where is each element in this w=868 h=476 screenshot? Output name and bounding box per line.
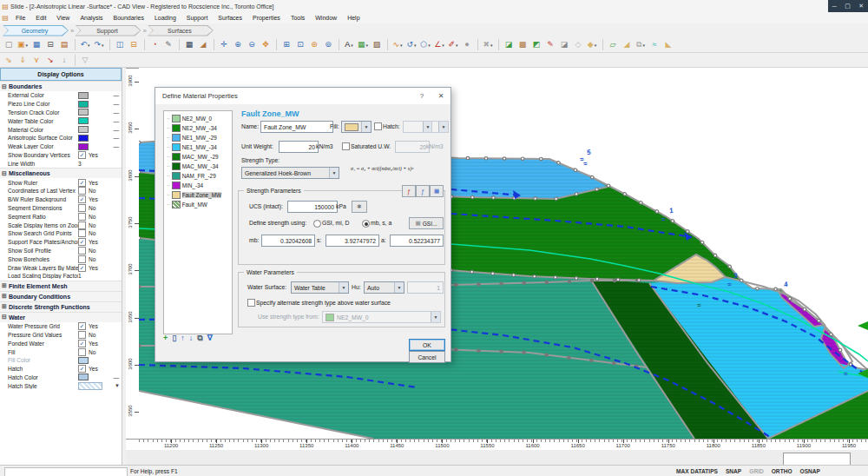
checkbox[interactable]: ✓	[78, 264, 86, 272]
open-file-button[interactable]: ▣▾	[16, 39, 30, 51]
strength-type-dropdown[interactable]: Generalized Hoek-Brown ▼	[241, 167, 339, 179]
option-row-segment-dimensions[interactable]: Segment DimensionsNo	[0, 204, 122, 213]
option-row-load-scaling-display-factor[interactable]: Load Scaling Display Factor1	[0, 272, 122, 281]
color-swatch[interactable]	[78, 92, 89, 99]
option-row-external-color[interactable]: External Color—	[0, 91, 122, 100]
pan-button[interactable]: ✥	[259, 39, 273, 51]
minimize-button[interactable]: ─	[832, 3, 837, 10]
text-tool-button[interactable]: A▾	[342, 39, 356, 51]
add-single-bolt-button[interactable]: ⇓	[16, 54, 30, 66]
ok-button[interactable]: OK	[409, 339, 445, 351]
option-row-coordinates-of-last-vertex[interactable]: Coordinates of Last VertexNo	[0, 187, 122, 195]
add-needle-button[interactable]: ↓	[57, 54, 71, 66]
section-finite-element-mesh[interactable]: ⊞Finite Element Mesh	[0, 281, 122, 291]
add-bench-button[interactable]: ▱	[606, 39, 620, 51]
status-toggle-max-datatips[interactable]: MAX DATATIPS	[676, 468, 718, 474]
fill-color-dropdown[interactable]: ▼	[341, 121, 372, 133]
hatch-checkbox[interactable]	[374, 122, 382, 130]
add-image-button[interactable]: ▩	[516, 39, 529, 51]
option-row-draw-weak-layers-by-material[interactable]: Draw Weak Layers By Material✓Yes	[0, 263, 122, 272]
angle-tool-button[interactable]: ∠▾	[432, 39, 446, 51]
zoom-all-button[interactable]: ⊚	[321, 39, 335, 51]
move-boundary-button[interactable]: ◇	[571, 39, 585, 51]
pen-tool-button[interactable]: ✐▾	[446, 39, 460, 51]
zoom-real-button[interactable]: ⊡	[293, 39, 307, 51]
chart-wheel-button[interactable]: ◔	[148, 39, 161, 51]
edit-boundary-button[interactable]: ✎	[543, 39, 557, 51]
zoom-in-button[interactable]: ⊕	[231, 39, 245, 51]
collapse-section-icon[interactable]: ⊟	[2, 83, 7, 90]
strength-tool-button-1[interactable]: ƒ	[402, 185, 416, 197]
ucs-picker-button[interactable]: ✱	[352, 201, 367, 213]
option-row-water-table-color[interactable]: Water Table Color—	[0, 116, 122, 125]
option-row-tension-crack-color[interactable]: Tension Crack Color—	[0, 109, 122, 117]
tile-vertical-button[interactable]: ◫	[113, 39, 127, 51]
material-item-mac-mw-29[interactable]: ┄MAC_MW_-29	[164, 152, 232, 162]
option-row-scale-display-items-on-zoom[interactable]: Scale Display Items on ZoomNo	[0, 221, 122, 229]
s-input[interactable]: 3.92747972	[326, 235, 379, 247]
menu-item-loading[interactable]: Loading	[149, 15, 181, 21]
checkbox[interactable]: ✓	[78, 238, 86, 246]
option-row-ponded-water[interactable]: Ponded Water✓Yes	[0, 339, 122, 347]
color-swatch[interactable]	[78, 126, 89, 133]
menu-item-analysis[interactable]: Analysis	[75, 15, 108, 21]
strength-tool-button-3[interactable]: ▦	[430, 185, 444, 197]
mb-s-a-radio[interactable]	[362, 220, 370, 228]
add-nail-button[interactable]: ↘	[43, 54, 57, 66]
checkbox[interactable]	[78, 348, 86, 356]
menu-item-support[interactable]: Support	[181, 15, 214, 21]
gsi-button[interactable]: ▦GSI...	[409, 217, 444, 229]
ucs-input[interactable]: 150000	[287, 201, 338, 213]
checkbox[interactable]: ✓	[78, 365, 86, 373]
define-material-properties-dialog[interactable]: Define Material Properties ? ✕ ┄NE2_MW_0…	[155, 87, 451, 362]
redo-button[interactable]: ↷▾	[92, 39, 106, 51]
section-boundary-conditions[interactable]: ⊞Boundary Conditions	[0, 291, 122, 301]
material-item-ne2-mw-0[interactable]: ┄NE2_MW_0	[164, 114, 232, 123]
material-item-fault-mw[interactable]: ┄Fault_MW	[164, 200, 232, 209]
menu-item-file[interactable]: File	[10, 15, 30, 21]
status-toggle-snap[interactable]: SNAP	[726, 468, 741, 474]
add-slope-button[interactable]: ◢	[620, 39, 634, 51]
option-row-piezo-line-color[interactable]: Piezo Line Color—	[0, 100, 122, 109]
a-input[interactable]: 0.52234377	[390, 235, 444, 247]
checkbox[interactable]	[78, 187, 86, 195]
option-row-pressure-grid-values[interactable]: Pressure Grid ValuesNo	[0, 331, 122, 340]
tile-horizontal-button[interactable]: ⊟	[127, 39, 141, 51]
add-bolt-pattern-button[interactable]: ⇘	[2, 54, 16, 66]
info-viewer-button[interactable]: ▦	[182, 39, 196, 51]
add-hatch-boundary-button[interactable]: ◪	[557, 39, 571, 51]
sketch-tool-button[interactable]: ✎	[161, 39, 175, 51]
add-external-boundary-button[interactable]: ◪	[502, 39, 516, 51]
color-swatch[interactable]	[78, 101, 89, 108]
strength-tool-button-2[interactable]: ƒ	[416, 185, 430, 197]
expand-section-icon[interactable]: ⊞	[2, 303, 7, 310]
material-list[interactable]: ┄NE2_MW_0┄NE2_MW_-34┄NE1_MW_-29┄NE1_MW_-…	[163, 110, 233, 334]
option-row-show-soil-profile[interactable]: Show Soil ProfileNo	[0, 247, 122, 255]
checkbox[interactable]: ✓	[78, 195, 86, 203]
option-row-anisotropic-surface-color[interactable]: Anisotropic Surface Color—	[0, 134, 122, 142]
option-row-hatch[interactable]: Hatch✓Yes	[0, 365, 122, 374]
move-material-down-button[interactable]: ↓	[189, 334, 194, 343]
option-row-material-color[interactable]: Material Color—	[0, 125, 122, 134]
undo-button[interactable]: ↶▾	[78, 39, 92, 51]
menu-item-window[interactable]: Window	[310, 15, 342, 21]
menu-item-help[interactable]: Help	[342, 15, 365, 21]
expand-section-icon[interactable]: ⊞	[2, 293, 7, 300]
material-item-ne1-mw-34[interactable]: ┄NE1_MW_-34	[164, 142, 232, 152]
option-row-show-ruler[interactable]: Show Ruler✓Yes	[0, 178, 122, 187]
option-row-show-boundary-vertices[interactable]: Show Boundary Vertices✓Yes	[0, 151, 122, 160]
copy-slope-button[interactable]: ⧉▾	[634, 39, 648, 51]
checkbox[interactable]	[78, 221, 86, 229]
image-tool-button[interactable]: ▨	[370, 39, 384, 51]
checkbox[interactable]: ✓	[78, 340, 86, 347]
unit-weight-input[interactable]: 20	[279, 141, 319, 153]
option-row-segment-ratio[interactable]: Segment RatioNo	[0, 212, 122, 221]
section-miscellaneous[interactable]: ⊟Miscellaneous	[0, 168, 122, 178]
table-tool-button[interactable]: ▦▾	[356, 39, 370, 51]
dialog-title-bar[interactable]: Define Material Properties	[155, 88, 450, 104]
filter-support-button[interactable]: ▽	[78, 54, 92, 66]
material-item-fault-zone-mw[interactable]: ┄Fault Zone_MW	[164, 190, 232, 200]
add-wedge-button[interactable]: ◆▾	[585, 39, 599, 51]
status-toggle-osnap[interactable]: OSNAP	[800, 468, 820, 474]
option-row-hatch-style[interactable]: Hatch Style▼	[0, 381, 122, 390]
